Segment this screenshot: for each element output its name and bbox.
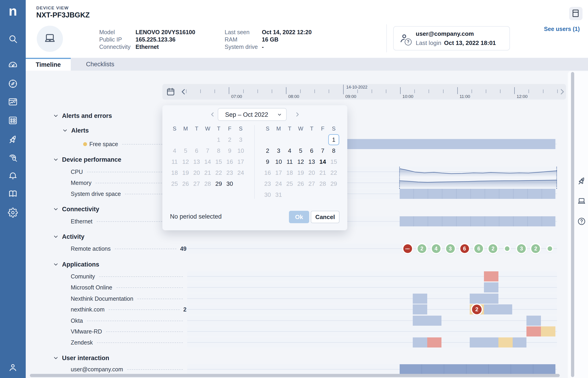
tab-checklists[interactable]: Checklists	[71, 58, 129, 71]
remote-action-marker[interactable]: 2	[488, 244, 497, 253]
timeline-bar[interactable]	[413, 338, 427, 348]
calendar-day[interactable]: 10	[273, 156, 284, 167]
calendar-day[interactable]: 1	[328, 134, 339, 145]
tree-group-activity[interactable]: Activity	[53, 231, 186, 242]
timeline-bar[interactable]	[526, 326, 541, 337]
timeline-bar[interactable]	[526, 316, 541, 326]
see-users-link[interactable]: See users (1)	[544, 26, 580, 32]
timeline-bar[interactable]	[400, 216, 555, 226]
calendar-day[interactable]: 30	[224, 178, 235, 189]
calendar-day[interactable]: 1	[213, 134, 224, 145]
tree-group-user-interaction[interactable]: User interaction	[53, 352, 186, 364]
calendar-prev-icon[interactable]	[209, 108, 217, 121]
calendar-day[interactable]: 24	[273, 178, 284, 189]
investigate-icon[interactable]	[8, 152, 18, 163]
tree-leaf-zendesk[interactable]: Zendesk	[53, 337, 186, 348]
calendar-day[interactable]: 2	[224, 134, 235, 145]
calendar-next-icon[interactable]	[294, 108, 301, 121]
calendar-day[interactable]: 24	[235, 167, 246, 178]
calendar-day[interactable]: 25	[169, 178, 180, 189]
remote-action-marker[interactable]: 3	[446, 244, 455, 253]
chevron-down-icon[interactable]	[53, 261, 59, 268]
calendar-day[interactable]: 26	[295, 178, 306, 189]
calendar-day[interactable]: 13	[306, 156, 317, 167]
timeline-bar[interactable]	[400, 364, 555, 374]
timeline-bar[interactable]	[413, 316, 442, 326]
search-icon[interactable]	[8, 34, 18, 44]
calendar-day[interactable]: 26	[180, 178, 191, 189]
calendar-day[interactable]: 4	[169, 145, 180, 156]
calendar-day[interactable]: 14	[317, 156, 328, 167]
timeline-bar[interactable]	[413, 304, 427, 314]
calendar-day[interactable]: 20	[306, 167, 317, 178]
calendar-day[interactable]: 11	[169, 156, 180, 167]
rail-help-icon[interactable]	[577, 217, 586, 226]
calendar-day[interactable]: 25	[284, 178, 295, 189]
profile-icon[interactable]	[8, 362, 18, 373]
remote-action-marker[interactable]: 3	[517, 244, 526, 253]
calendar-day[interactable]: 15	[328, 156, 339, 167]
layout-toggle-button[interactable]	[569, 7, 583, 20]
remote-action-marker[interactable]: 2	[531, 244, 540, 253]
remote-action-marker[interactable]	[505, 246, 509, 251]
calendar-day[interactable]: 11	[284, 156, 295, 167]
calendar-day[interactable]: 17	[235, 156, 246, 167]
calendar-day[interactable]: 17	[273, 167, 284, 178]
calendar-day[interactable]: 19	[180, 167, 191, 178]
tree-leaf-remote-actions[interactable]: Remote actions49	[53, 243, 186, 254]
calendar-day[interactable]: 28	[202, 178, 213, 189]
timeline-bar[interactable]	[513, 338, 526, 348]
calendar-day[interactable]: 29	[213, 178, 224, 189]
horizontal-scrollbar[interactable]	[30, 374, 560, 377]
calendar-day[interactable]: 12	[295, 156, 306, 167]
tree-leaf-nexthink-documentation[interactable]: Nexthink Documentation	[53, 293, 186, 304]
calendar-day[interactable]: 10	[235, 145, 246, 156]
calendar-day[interactable]: 30	[262, 189, 273, 200]
calendar-day[interactable]: 7	[202, 145, 213, 156]
calendar-day[interactable]: 3	[235, 134, 246, 145]
timeline-bar[interactable]	[484, 271, 498, 282]
calendar-day[interactable]: 27	[306, 178, 317, 189]
calendar-day[interactable]: 21	[317, 167, 328, 178]
calendar-day[interactable]: 5	[180, 145, 191, 156]
chevron-down-icon[interactable]	[53, 234, 59, 240]
timeline-bar[interactable]	[484, 282, 498, 292]
tree-leaf-comunity[interactable]: Comunity	[53, 271, 186, 282]
calendar-day[interactable]: 29	[328, 178, 339, 189]
calendar-day[interactable]: 22	[328, 167, 339, 178]
library-book-icon[interactable]	[8, 189, 18, 199]
calendar-day[interactable]: 23	[224, 167, 235, 178]
tree-leaf-okta[interactable]: Okta	[53, 315, 186, 326]
calendar-day[interactable]: 14	[202, 156, 213, 167]
applications-grid-icon[interactable]	[8, 115, 18, 125]
timeline-bar[interactable]	[400, 189, 555, 199]
rail-launch-icon[interactable]	[577, 176, 586, 186]
calendar-day[interactable]: 8	[328, 145, 339, 156]
timeline-bar[interactable]	[413, 294, 427, 304]
launch-rocket-icon[interactable]	[8, 135, 18, 145]
calendar-day[interactable]: 28	[317, 178, 328, 189]
remote-action-marker[interactable]: 6	[460, 244, 469, 253]
calendar-day[interactable]: 20	[191, 167, 202, 178]
calendar-day[interactable]: 31	[273, 189, 284, 200]
month-range-select[interactable]: Sep – Oct 2022	[218, 108, 287, 121]
chevron-down-icon[interactable]	[53, 113, 59, 119]
calendar-day[interactable]: 15	[213, 156, 224, 167]
alerts-bell-icon[interactable]	[8, 171, 18, 181]
timeline-bar[interactable]	[541, 326, 555, 337]
tree-leaf-nexthink-com[interactable]: nexthink.com2	[53, 304, 186, 315]
calendar-day[interactable]: 18	[284, 167, 295, 178]
calendar-day[interactable]: 3	[273, 145, 284, 156]
timeline-bar[interactable]	[498, 338, 513, 348]
calendar-day[interactable]: 6	[191, 145, 202, 156]
remote-action-marker[interactable]: 2	[417, 244, 426, 253]
timeline-bar[interactable]	[427, 338, 442, 348]
remote-action-marker[interactable]: 6	[474, 244, 483, 253]
timeline-bar[interactable]	[470, 338, 498, 348]
chevron-down-icon[interactable]	[62, 128, 68, 134]
chevron-down-icon[interactable]	[53, 157, 59, 163]
ok-button[interactable]: Ok	[289, 211, 309, 223]
calendar-day[interactable]: 19	[295, 167, 306, 178]
chevron-down-icon[interactable]	[53, 206, 59, 212]
remote-action-marker[interactable]	[547, 246, 552, 251]
